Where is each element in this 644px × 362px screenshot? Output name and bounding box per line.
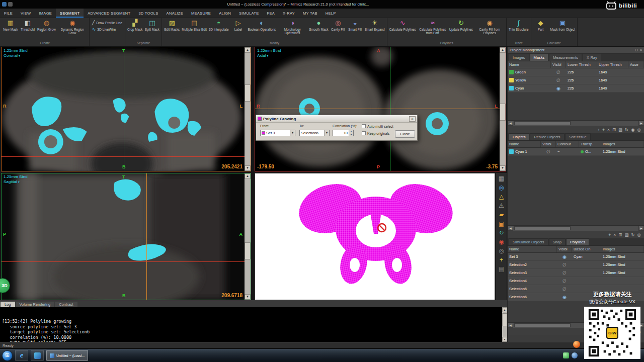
log-tab[interactable]: Log	[1, 302, 15, 307]
visibility-icon[interactable]: ∅	[551, 70, 566, 75]
visibility-icon[interactable]: ∅	[557, 279, 572, 284]
panel-tab[interactable]: Masks	[530, 54, 549, 61]
rotate-icon[interactable]: ↻	[499, 230, 504, 236]
toolbar-tool[interactable]: ◉ Cavity Fill from Polylines	[474, 18, 505, 35]
menu-item[interactable]: IMAGE	[35, 9, 56, 18]
taskbar-app-button[interactable]	[31, 350, 44, 361]
panel-tab[interactable]: Measurements	[549, 54, 582, 61]
toolbar-tool[interactable]: ▦ New Mask	[2, 18, 19, 31]
scroll-down-arrow[interactable]: ▼	[502, 337, 507, 342]
column-header[interactable]: Name	[508, 246, 557, 252]
scroll-thumb[interactable]	[514, 226, 571, 230]
axial-position-line[interactable]	[2, 156, 245, 157]
column-header[interactable]: Asse	[628, 61, 644, 68]
mask-row[interactable]: Yellow ∅ 226 1649	[508, 76, 644, 84]
dialog-title-bar[interactable]: Polyline Growing ×	[256, 115, 417, 123]
polyline-row[interactable]: Selection3 ∅ 1.25mm Stnd	[508, 269, 644, 277]
delete-icon[interactable]: ×	[607, 127, 610, 132]
toolbar-tool[interactable]: ◐ Boolean Operations	[247, 18, 277, 31]
objects-hscrollbar[interactable]: ◀ ▶	[508, 225, 644, 231]
mask-row[interactable]: Cyan ◉ 226 1649	[508, 84, 644, 93]
toolbar-tool[interactable]: ◫ Split Mask	[143, 18, 160, 31]
scroll-thumb[interactable]	[514, 121, 571, 125]
axial-viewport[interactable]: 1.25mm Stnd Axial▾ A R L P -179.50 -3.75…	[255, 47, 506, 171]
tray-orb-icon[interactable]	[573, 341, 580, 348]
scroll-right-arrow[interactable]: ▶	[638, 226, 644, 231]
axial-position-line[interactable]	[2, 261, 245, 262]
visibility-icon[interactable]: ∅	[541, 149, 556, 154]
toolbar-tool[interactable]: ▨ Edit Masks	[163, 18, 181, 31]
visibility-icon[interactable]: ◉	[551, 86, 566, 91]
column-header[interactable]: Contour	[556, 141, 579, 147]
toolbar-tool[interactable]: ◍ Region Grow	[36, 18, 57, 31]
coronal-position-line[interactable]	[146, 173, 147, 300]
scroll-down-arrow[interactable]: ▼	[245, 294, 251, 300]
toolbar-tool[interactable]: ◎ Cavity Fill	[330, 18, 347, 31]
scroll-left-arrow[interactable]: ◀	[508, 121, 513, 126]
panel-tab[interactable]: Reslice Objects	[530, 133, 564, 140]
menu-item[interactable]: 3D TOOLS	[134, 9, 162, 18]
zoom-icon[interactable]: ◎	[499, 185, 504, 191]
toolbar-tool[interactable]: ▞ Crop Mask	[126, 18, 143, 31]
toolbar-tool[interactable]: ◆ Part	[532, 18, 549, 31]
settings-icon[interactable]: ◎	[637, 127, 641, 132]
panel-close-icon[interactable]: ×	[640, 48, 642, 52]
polyline-row[interactable]: Selection2 ∅ 1.25mm Stnd	[508, 261, 644, 269]
scroll-up-arrow[interactable]: ▲	[500, 47, 506, 53]
spin-down-icon[interactable]: ▼	[349, 133, 353, 136]
panel-tab[interactable]: Objects	[509, 133, 529, 140]
column-header[interactable]: Name	[508, 141, 541, 147]
panel-float-icon[interactable]: ⊡	[635, 48, 638, 52]
toolbar-tool[interactable]: ∫ Thin Structure	[508, 18, 530, 31]
panel-tab[interactable]: X-Ray	[583, 54, 601, 61]
panel-tab[interactable]: Simulation Objects	[509, 238, 548, 245]
panel-tab[interactable]: Images	[509, 54, 529, 61]
toolbar-tool[interactable]: ◓ 3D Interpolate	[208, 18, 230, 31]
column-header[interactable]: Name	[508, 61, 551, 68]
scroll-left-arrow[interactable]: ◀	[508, 226, 513, 231]
properties-icon[interactable]: ◉	[631, 127, 634, 132]
toolbar-tool[interactable]: ◧ Threshold	[19, 18, 36, 31]
update-icon[interactable]: ↻	[625, 127, 628, 132]
menu-item[interactable]: SEGMENT	[56, 9, 84, 18]
menu-item[interactable]: VIEW	[17, 9, 35, 18]
start-button[interactable]: ⊞	[2, 350, 13, 361]
menu-item[interactable]: FILE	[0, 9, 17, 18]
edit-icon[interactable]: ▨	[618, 127, 622, 132]
tray-icon-blue[interactable]	[572, 352, 578, 358]
scroll-down-arrow[interactable]: ▼	[245, 165, 251, 171]
sagittal-viewport[interactable]: 1.25mm Stnd Sagittal▾ T P A B 209.6718 ▲…	[1, 173, 251, 300]
viewport-plane-dropdown[interactable]: Coronal▾	[4, 53, 20, 58]
toolbar-tool[interactable]: ◒ Smart Fill	[347, 18, 364, 31]
warning-icon[interactable]: ⚠	[499, 203, 504, 209]
axial-scrollbar[interactable]: ▲ ▼	[500, 47, 506, 171]
3d-viewport[interactable]	[255, 173, 495, 300]
move-icon[interactable]: +	[500, 257, 503, 263]
polyline-row[interactable]: Selection4 ∅	[508, 277, 644, 285]
menu-item[interactable]: ADVANCED SEGMENT	[84, 9, 134, 18]
column-header[interactable]: Lower Thresh	[566, 61, 597, 68]
menu-item[interactable]: MEASURE	[187, 9, 215, 18]
toolbar-tool[interactable]: ∿ 3D LiveWire	[92, 27, 122, 32]
visibility-icon[interactable]: ∅	[557, 270, 572, 276]
delete-icon[interactable]: ×	[613, 232, 616, 237]
close-button[interactable]: Close	[395, 130, 415, 138]
dialog-close-icon[interactable]: ×	[409, 116, 416, 122]
viewport-plane-dropdown[interactable]: Axial▾	[257, 53, 268, 58]
scroll-right-arrow[interactable]: ▶	[638, 121, 644, 126]
column-header[interactable]: Images	[601, 246, 644, 252]
menu-item[interactable]: X-RAY	[279, 9, 299, 18]
eye-icon[interactable]: ◎	[499, 248, 504, 254]
toolbar-tool[interactable]: ▤ Multiple Slice Edit	[181, 18, 208, 31]
sagittal-position-line[interactable]	[390, 47, 390, 171]
add-icon[interactable]: +	[608, 232, 611, 237]
promote-icon[interactable]: ↑	[598, 127, 600, 132]
auto-multiselect-checkbox[interactable]: Auto multi-select	[362, 124, 393, 128]
cube-icon[interactable]: ▣	[499, 221, 504, 227]
column-header[interactable]: Images	[601, 141, 644, 147]
scroll-thumb[interactable]	[502, 313, 507, 326]
viewport-plane-dropdown[interactable]: Sagittal▾	[4, 179, 20, 184]
panel-tab[interactable]: Soft tissue	[565, 133, 591, 140]
update-icon[interactable]: ↻	[631, 232, 634, 237]
menu-item[interactable]: FEA	[263, 9, 279, 18]
